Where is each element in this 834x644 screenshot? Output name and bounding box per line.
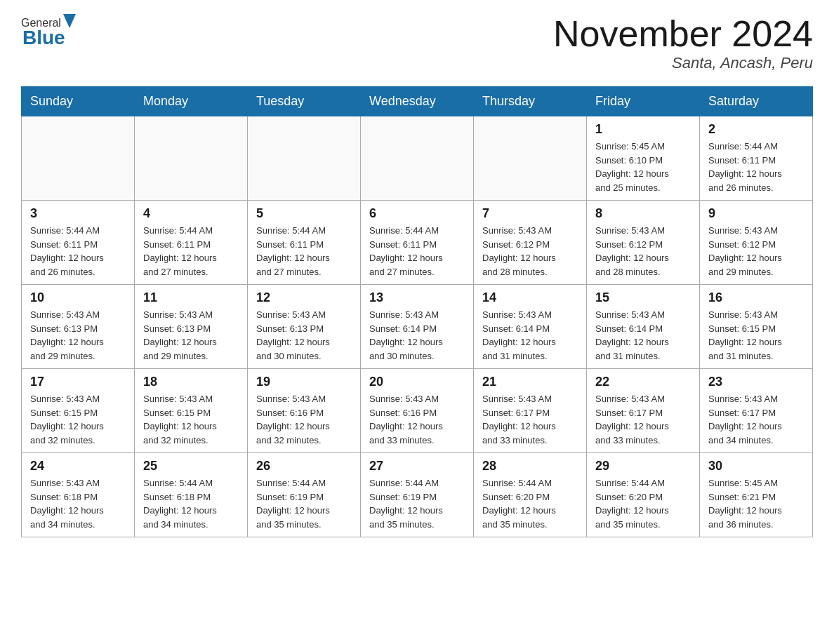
day-info: Sunrise: 5:43 AM Sunset: 6:18 PM Dayligh… xyxy=(30,476,126,531)
day-info: Sunrise: 5:44 AM Sunset: 6:20 PM Dayligh… xyxy=(482,476,578,531)
day-info: Sunrise: 5:44 AM Sunset: 6:18 PM Dayligh… xyxy=(143,476,239,531)
day-number: 8 xyxy=(595,206,691,221)
table-row: 7Sunrise: 5:43 AM Sunset: 6:12 PM Daylig… xyxy=(474,201,587,285)
col-friday: Friday xyxy=(587,87,700,116)
day-number: 6 xyxy=(369,206,465,221)
table-row: 16Sunrise: 5:43 AM Sunset: 6:15 PM Dayli… xyxy=(700,285,813,369)
table-row: 13Sunrise: 5:43 AM Sunset: 6:14 PM Dayli… xyxy=(361,285,474,369)
table-row: 15Sunrise: 5:43 AM Sunset: 6:14 PM Dayli… xyxy=(587,285,700,369)
table-row: 9Sunrise: 5:43 AM Sunset: 6:12 PM Daylig… xyxy=(700,201,813,285)
calendar-table: Sunday Monday Tuesday Wednesday Thursday… xyxy=(21,86,813,537)
day-number: 23 xyxy=(708,375,804,389)
month-title: November 2024 xyxy=(553,14,813,54)
day-number: 18 xyxy=(143,375,239,389)
day-info: Sunrise: 5:43 AM Sunset: 6:13 PM Dayligh… xyxy=(30,308,126,363)
day-number: 29 xyxy=(595,459,691,474)
table-row: 21Sunrise: 5:43 AM Sunset: 6:17 PM Dayli… xyxy=(474,369,587,453)
table-row: 1Sunrise: 5:45 AM Sunset: 6:10 PM Daylig… xyxy=(587,116,700,201)
day-number: 2 xyxy=(708,122,804,137)
day-info: Sunrise: 5:43 AM Sunset: 6:14 PM Dayligh… xyxy=(482,308,578,363)
day-number: 5 xyxy=(256,206,352,221)
table-row: 5Sunrise: 5:44 AM Sunset: 6:11 PM Daylig… xyxy=(248,201,361,285)
table-row xyxy=(248,116,361,201)
week-row-5: 24Sunrise: 5:43 AM Sunset: 6:18 PM Dayli… xyxy=(22,453,813,537)
table-row: 17Sunrise: 5:43 AM Sunset: 6:15 PM Dayli… xyxy=(22,369,135,453)
day-number: 26 xyxy=(256,459,352,474)
day-number: 28 xyxy=(482,459,578,474)
table-row xyxy=(135,116,248,201)
day-info: Sunrise: 5:43 AM Sunset: 6:17 PM Dayligh… xyxy=(595,392,691,447)
location-subtitle: Santa, Ancash, Peru xyxy=(553,54,813,72)
day-number: 10 xyxy=(30,290,126,305)
day-number: 4 xyxy=(143,206,239,221)
day-number: 7 xyxy=(482,206,578,221)
logo: General Blue xyxy=(21,14,76,49)
table-row: 27Sunrise: 5:44 AM Sunset: 6:19 PM Dayli… xyxy=(361,453,474,537)
col-sunday: Sunday xyxy=(22,87,135,116)
day-info: Sunrise: 5:44 AM Sunset: 6:11 PM Dayligh… xyxy=(30,224,126,279)
day-number: 12 xyxy=(256,290,352,305)
table-row: 23Sunrise: 5:43 AM Sunset: 6:17 PM Dayli… xyxy=(700,369,813,453)
table-row: 25Sunrise: 5:44 AM Sunset: 6:18 PM Dayli… xyxy=(135,453,248,537)
day-number: 13 xyxy=(369,290,465,305)
day-info: Sunrise: 5:43 AM Sunset: 6:17 PM Dayligh… xyxy=(708,392,804,447)
header: General Blue November 2024 Santa, Ancash… xyxy=(21,14,813,72)
col-wednesday: Wednesday xyxy=(361,87,474,116)
day-info: Sunrise: 5:45 AM Sunset: 6:21 PM Dayligh… xyxy=(708,476,804,531)
table-row: 26Sunrise: 5:44 AM Sunset: 6:19 PM Dayli… xyxy=(248,453,361,537)
day-info: Sunrise: 5:45 AM Sunset: 6:10 PM Dayligh… xyxy=(595,140,691,194)
day-number: 15 xyxy=(595,290,691,305)
table-row: 19Sunrise: 5:43 AM Sunset: 6:16 PM Dayli… xyxy=(248,369,361,453)
table-row: 3Sunrise: 5:44 AM Sunset: 6:11 PM Daylig… xyxy=(22,201,135,285)
day-number: 20 xyxy=(369,375,465,389)
day-info: Sunrise: 5:43 AM Sunset: 6:16 PM Dayligh… xyxy=(369,392,465,447)
table-row: 2Sunrise: 5:44 AM Sunset: 6:11 PM Daylig… xyxy=(700,116,813,201)
day-info: Sunrise: 5:43 AM Sunset: 6:16 PM Dayligh… xyxy=(256,392,352,447)
col-monday: Monday xyxy=(135,87,248,116)
logo-blue-text: Blue xyxy=(22,27,65,49)
table-row xyxy=(22,116,135,201)
day-number: 1 xyxy=(595,122,691,137)
week-row-4: 17Sunrise: 5:43 AM Sunset: 6:15 PM Dayli… xyxy=(22,369,813,453)
day-info: Sunrise: 5:44 AM Sunset: 6:11 PM Dayligh… xyxy=(708,140,804,194)
table-row: 22Sunrise: 5:43 AM Sunset: 6:17 PM Dayli… xyxy=(587,369,700,453)
day-info: Sunrise: 5:43 AM Sunset: 6:14 PM Dayligh… xyxy=(595,308,691,363)
table-row xyxy=(361,116,474,201)
day-info: Sunrise: 5:43 AM Sunset: 6:12 PM Dayligh… xyxy=(595,224,691,279)
day-info: Sunrise: 5:43 AM Sunset: 6:15 PM Dayligh… xyxy=(708,308,804,363)
day-number: 19 xyxy=(256,375,352,389)
day-info: Sunrise: 5:43 AM Sunset: 6:12 PM Dayligh… xyxy=(708,224,804,279)
day-info: Sunrise: 5:43 AM Sunset: 6:17 PM Dayligh… xyxy=(482,392,578,447)
day-number: 24 xyxy=(30,459,126,474)
day-info: Sunrise: 5:44 AM Sunset: 6:19 PM Dayligh… xyxy=(369,476,465,531)
table-row: 29Sunrise: 5:44 AM Sunset: 6:20 PM Dayli… xyxy=(587,453,700,537)
table-row: 8Sunrise: 5:43 AM Sunset: 6:12 PM Daylig… xyxy=(587,201,700,285)
table-row: 24Sunrise: 5:43 AM Sunset: 6:18 PM Dayli… xyxy=(22,453,135,537)
week-row-3: 10Sunrise: 5:43 AM Sunset: 6:13 PM Dayli… xyxy=(22,285,813,369)
table-row: 6Sunrise: 5:44 AM Sunset: 6:11 PM Daylig… xyxy=(361,201,474,285)
day-info: Sunrise: 5:44 AM Sunset: 6:11 PM Dayligh… xyxy=(369,224,465,279)
day-number: 21 xyxy=(482,375,578,389)
table-row: 30Sunrise: 5:45 AM Sunset: 6:21 PM Dayli… xyxy=(700,453,813,537)
table-row: 11Sunrise: 5:43 AM Sunset: 6:13 PM Dayli… xyxy=(135,285,248,369)
title-area: November 2024 Santa, Ancash, Peru xyxy=(553,14,813,72)
day-info: Sunrise: 5:44 AM Sunset: 6:11 PM Dayligh… xyxy=(256,224,352,279)
table-row: 14Sunrise: 5:43 AM Sunset: 6:14 PM Dayli… xyxy=(474,285,587,369)
day-number: 9 xyxy=(708,206,804,221)
day-info: Sunrise: 5:43 AM Sunset: 6:12 PM Dayligh… xyxy=(482,224,578,279)
col-saturday: Saturday xyxy=(700,87,813,116)
day-info: Sunrise: 5:43 AM Sunset: 6:14 PM Dayligh… xyxy=(369,308,465,363)
day-info: Sunrise: 5:44 AM Sunset: 6:19 PM Dayligh… xyxy=(256,476,352,531)
day-info: Sunrise: 5:43 AM Sunset: 6:13 PM Dayligh… xyxy=(256,308,352,363)
day-number: 25 xyxy=(143,459,239,474)
table-row: 10Sunrise: 5:43 AM Sunset: 6:13 PM Dayli… xyxy=(22,285,135,369)
table-row: 4Sunrise: 5:44 AM Sunset: 6:11 PM Daylig… xyxy=(135,201,248,285)
day-number: 17 xyxy=(30,375,126,389)
table-row: 18Sunrise: 5:43 AM Sunset: 6:15 PM Dayli… xyxy=(135,369,248,453)
table-row: 20Sunrise: 5:43 AM Sunset: 6:16 PM Dayli… xyxy=(361,369,474,453)
svg-marker-0 xyxy=(63,14,76,28)
table-row: 28Sunrise: 5:44 AM Sunset: 6:20 PM Dayli… xyxy=(474,453,587,537)
col-tuesday: Tuesday xyxy=(248,87,361,116)
day-info: Sunrise: 5:43 AM Sunset: 6:15 PM Dayligh… xyxy=(143,392,239,447)
day-number: 14 xyxy=(482,290,578,305)
